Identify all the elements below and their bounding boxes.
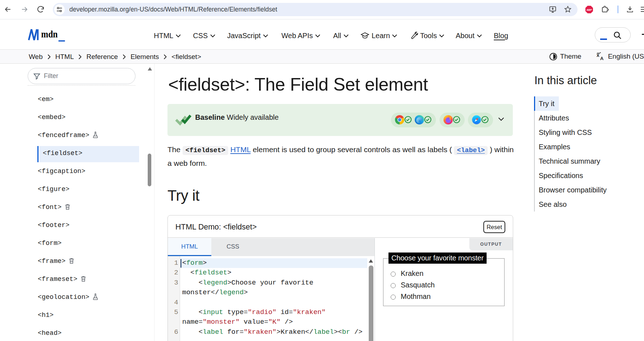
svg-text:A: A xyxy=(600,56,604,61)
svg-text:mdn: mdn xyxy=(41,29,58,40)
svg-text:ABP: ABP xyxy=(586,9,592,12)
